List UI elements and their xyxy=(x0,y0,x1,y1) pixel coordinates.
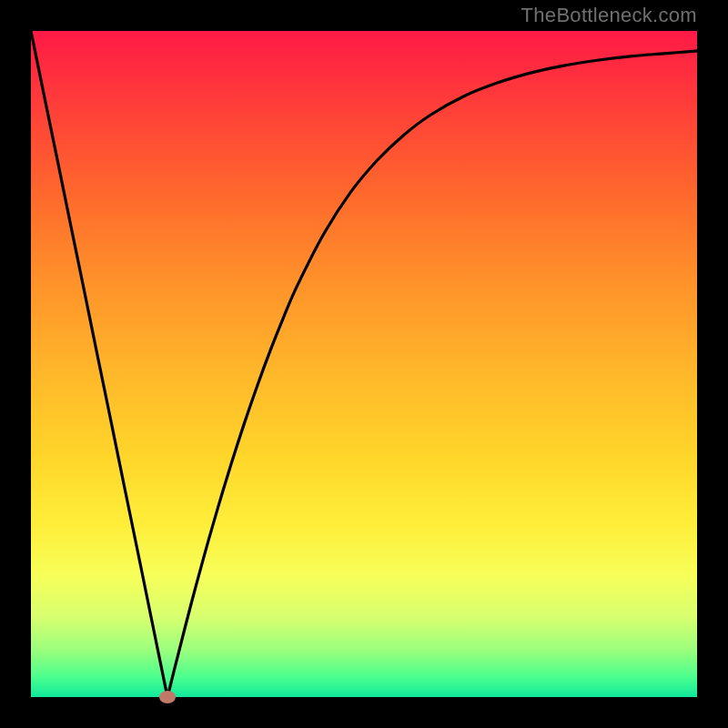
watermark-text: TheBottleneck.com xyxy=(521,4,697,27)
optimum-marker xyxy=(159,691,176,703)
chart-frame: TheBottleneck.com xyxy=(0,0,728,728)
plot-area xyxy=(31,31,697,697)
